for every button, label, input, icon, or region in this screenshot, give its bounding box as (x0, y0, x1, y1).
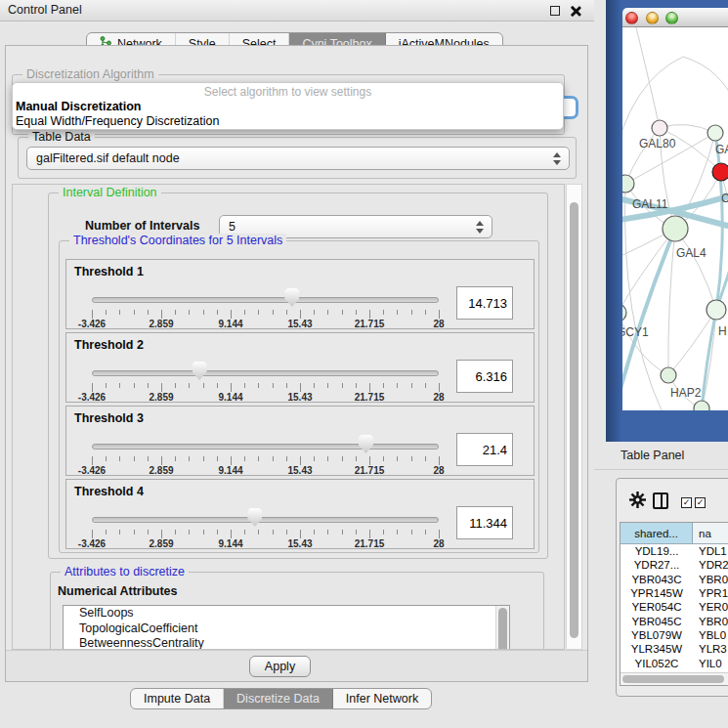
threshold-slider-thumb[interactable] (359, 435, 373, 453)
slider-tick-label: 15.43 (276, 465, 324, 476)
slider-tick-label: 21.715 (345, 392, 394, 403)
slider-tick-label: -3.426 (67, 392, 116, 403)
network-node[interactable] (661, 367, 676, 383)
float-window-icon[interactable] (550, 6, 560, 16)
settings-scroll-area: Interval Definition Number of Intervals … (12, 184, 565, 650)
tab-discretize-data[interactable]: Discretize Data (224, 689, 333, 708)
panel-vertical-scrollbar[interactable] (566, 184, 582, 650)
threshold-slider-track[interactable] (92, 517, 439, 523)
threshold-slider-thumb[interactable] (193, 362, 207, 380)
cell-name: YDR2 (693, 559, 728, 571)
tab-infer-network[interactable]: Infer Network (333, 689, 431, 708)
network-window-titlebar[interactable] (622, 8, 728, 27)
table-row[interactable]: YDL19...YDL1 (621, 544, 728, 558)
cell-shared-name: YPR145W (621, 587, 693, 599)
threshold-value-field[interactable] (456, 360, 513, 393)
attribute-list-item[interactable]: SelfLoops (64, 606, 509, 621)
threshold-slider-track[interactable] (92, 444, 439, 450)
column-header-shared-name[interactable]: shared... (621, 523, 693, 543)
network-edge[interactable] (668, 229, 675, 375)
network-node-label: H (718, 324, 727, 338)
algorithm-option-manual[interactable]: Manual Discretization (16, 100, 142, 113)
node-table: shared... na YDL19...YDL1YDR27...YDR2YBR… (620, 522, 728, 686)
slider-tick-label: 28 (414, 392, 463, 403)
cell-shared-name: YER054C (621, 601, 693, 613)
table-row[interactable]: YPR145WYPR1 (621, 586, 728, 600)
table-row[interactable]: YBL079WYBL0 (621, 628, 728, 642)
number-of-intervals-label: Number of Intervals (85, 219, 199, 233)
zoom-traffic-light[interactable] (665, 12, 678, 24)
network-edge[interactable] (675, 229, 716, 310)
slider-tick-label: 28 (414, 538, 463, 549)
network-edge[interactable] (683, 57, 728, 109)
checkbox-checked-icon[interactable]: ✓ (681, 497, 692, 508)
attributes-list-scrollbar[interactable] (495, 606, 509, 650)
numerical-attributes-label: Numerical Attributes (58, 584, 177, 598)
cell-name: YBR0 (693, 616, 728, 627)
network-edge[interactable] (622, 313, 668, 375)
network-node[interactable] (622, 175, 634, 193)
slider-tick-label: 15.43 (276, 392, 324, 403)
attribute-list-item[interactable]: BetweennessCentrality (64, 636, 509, 650)
table-row[interactable]: YBR045CYBR0 (621, 614, 728, 627)
checkbox-checked-icon[interactable]: ✓ (695, 497, 706, 508)
network-node-label: HAP2 (670, 386, 701, 400)
network-node[interactable] (694, 401, 709, 410)
slider-tick-label: 21.715 (345, 538, 394, 549)
table-row[interactable]: YBR043CYBR0 (621, 573, 728, 586)
threshold-row: Threshold 4 -3.4262.8599.14415.4321.7152… (65, 479, 535, 549)
cell-name: YBL0 (693, 629, 728, 641)
minimize-traffic-light[interactable] (646, 12, 659, 24)
network-node[interactable] (622, 304, 626, 321)
threshold-value-field[interactable] (456, 286, 513, 320)
table-data-group: Table Data galFiltered.sif default node (18, 137, 577, 179)
threshold-slider-track[interactable] (92, 297, 439, 303)
cell-shared-name: YDL19... (621, 545, 693, 557)
table-data-combobox[interactable]: galFiltered.sif default node (26, 147, 570, 170)
cell-name: YDL1 (693, 545, 728, 557)
table-row[interactable]: YDR27...YDR2 (621, 558, 728, 572)
discretization-algorithm-group-title: Discretization Algorithm (22, 67, 158, 81)
cell-shared-name: YBR043C (621, 574, 693, 585)
network-node[interactable] (712, 163, 728, 181)
table-row[interactable]: YER054CYER0 (621, 600, 728, 614)
apply-button[interactable]: Apply (249, 656, 311, 677)
close-traffic-light[interactable] (625, 12, 638, 24)
close-icon[interactable] (570, 5, 581, 17)
network-canvas[interactable]: GAL80GACGAL11GAL4GCY1HHAP2 (622, 27, 728, 410)
threshold-slider-thumb[interactable] (284, 288, 299, 307)
table-panel: ✓ ✓ shared... na YDL19...YDL1YDR27...YDR… (616, 478, 728, 697)
table-row[interactable]: YIL052CYIL0 (621, 656, 728, 669)
network-node[interactable] (663, 216, 688, 241)
slider-tick-label: 9.144 (206, 465, 255, 476)
column-header-name[interactable]: na (693, 523, 728, 543)
table-horizontal-scrollbar[interactable] (621, 672, 728, 685)
slider-tick-label: 9.144 (206, 392, 255, 403)
table-row[interactable]: YLR345WYLR3 (621, 642, 728, 656)
threshold-value-field[interactable] (456, 506, 513, 539)
cell-name: YPR1 (693, 587, 728, 599)
cell-shared-name: YBR045C (621, 616, 693, 627)
tab-impute-data[interactable]: Impute Data (131, 689, 224, 708)
attribute-list-item[interactable]: TopologicalCoefficient (64, 621, 509, 637)
settings-gear-icon[interactable] (628, 491, 647, 513)
algorithm-option-equal-width[interactable]: Equal Width/Frequency Discretization (16, 114, 219, 128)
threshold-slider-track[interactable] (92, 370, 439, 376)
threshold-value-field[interactable] (456, 433, 513, 466)
cell-shared-name: YLR345W (621, 643, 693, 655)
control-panel-title: Control Panel (8, 3, 82, 17)
slider-tick-label: 2.859 (137, 538, 186, 549)
network-node[interactable] (707, 300, 726, 320)
threshold-slider-thumb[interactable] (247, 508, 262, 527)
table-panel-header: Table Panel (594, 442, 728, 470)
interval-definition-group: Interval Definition Number of Intervals … (48, 193, 548, 559)
column-layout-icon[interactable] (653, 492, 668, 509)
network-node[interactable] (707, 125, 723, 141)
network-edge[interactable] (634, 27, 660, 128)
network-edge-thick[interactable] (702, 310, 716, 410)
network-node-label: GAL4 (676, 246, 707, 260)
slider-tick-label: -3.426 (67, 319, 116, 329)
attributes-to-discretize-group: Attributes to discretize Numerical Attri… (50, 572, 544, 650)
threshold-label: Threshold 2 (74, 338, 144, 352)
network-node[interactable] (652, 120, 667, 136)
